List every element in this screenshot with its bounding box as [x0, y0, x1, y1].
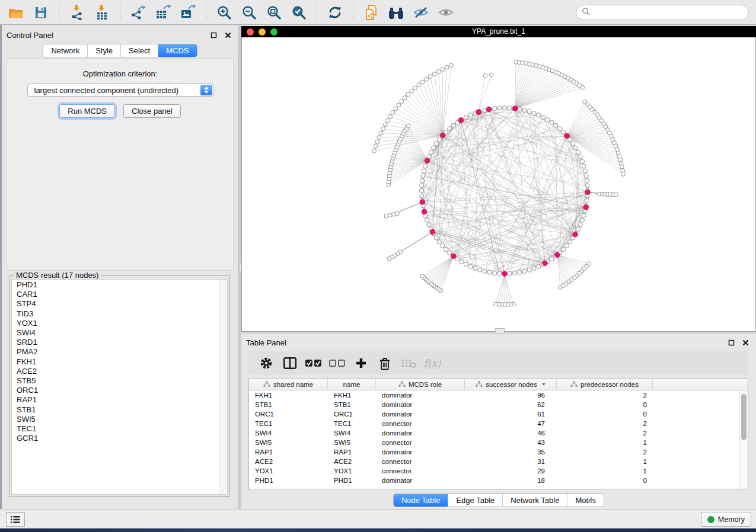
mcds-node-item[interactable]: SRD1	[12, 338, 219, 347]
table-row[interactable]: SWI4SWI4dominator462	[249, 428, 740, 438]
mcds-node-item[interactable]: SWI4	[12, 328, 219, 338]
select-all-rows-button[interactable]	[302, 352, 326, 374]
import-table-button[interactable]	[91, 3, 113, 22]
zoom-fit-button[interactable]	[263, 3, 285, 22]
table-row[interactable]: SWI5SWI5connector431	[249, 438, 740, 447]
import-network-button[interactable]	[66, 3, 88, 22]
add-column-button[interactable]	[349, 352, 373, 374]
mcds-node-item[interactable]: GCR1	[12, 434, 219, 443]
copy-network-button[interactable]	[361, 3, 382, 22]
close-mcds-panel-button[interactable]: Close panel	[123, 104, 181, 118]
close-panel-icon[interactable]	[223, 31, 232, 39]
memory-button[interactable]: Memory	[701, 512, 751, 527]
table-row[interactable]: PHD1PHD1dominator180	[249, 476, 740, 485]
tab-motifs[interactable]: Motifs	[567, 494, 604, 507]
column-header-mcds-role[interactable]: MCDS role	[376, 379, 465, 390]
close-panel-icon[interactable]	[741, 338, 750, 347]
tab-style[interactable]: Style	[87, 44, 120, 57]
maximize-window-icon[interactable]	[270, 28, 277, 36]
network-canvas[interactable]	[241, 37, 756, 332]
table-cell: ACE2	[328, 458, 376, 465]
table-row[interactable]: RAP1RAP1dominator352	[249, 447, 740, 457]
mcds-node-item[interactable]: FKH1	[12, 357, 219, 367]
table-row[interactable]: YOX1YOX1connector291	[249, 466, 740, 476]
minimize-window-icon[interactable]	[259, 28, 266, 36]
criterion-dropdown[interactable]: largest connected component (undirected)	[27, 84, 213, 97]
mcds-node-item[interactable]: STB5	[12, 376, 219, 386]
scrollbar-thumb[interactable]	[741, 394, 747, 440]
table-row[interactable]: FKH1FKH1dominator962	[249, 390, 740, 400]
tab-edge-table[interactable]: Edge Table	[448, 494, 502, 507]
show-columns-button[interactable]	[278, 352, 302, 374]
column-settings-button[interactable]	[254, 352, 278, 374]
refresh-layout-button[interactable]	[324, 3, 346, 22]
table-cell: SWI4	[328, 430, 376, 437]
table-cell: YOX1	[328, 467, 376, 475]
open-file-button[interactable]	[5, 3, 27, 22]
float-panel-icon[interactable]	[209, 31, 218, 39]
tab-select[interactable]: Select	[120, 44, 158, 57]
run-mcds-button[interactable]: Run MCDS	[59, 104, 115, 118]
tab-network[interactable]: Network	[43, 44, 87, 57]
mcds-node-item[interactable]: ORC1	[12, 386, 219, 395]
table-scrollbar[interactable]	[739, 390, 748, 489]
mcds-node-item[interactable]: PHD1	[12, 280, 219, 290]
search-input[interactable]	[594, 8, 748, 17]
control-panel-tabbar: NetworkStyleSelectMCDS	[43, 44, 197, 57]
table-row[interactable]: TEC1TEC1connector472	[249, 419, 740, 428]
mcds-node-item[interactable]: STP4	[12, 299, 219, 309]
task-history-button[interactable]	[6, 512, 25, 527]
splitter-grip[interactable]	[495, 328, 505, 334]
table-cell: TEC1	[328, 420, 376, 427]
mcds-result-list[interactable]: PHD1CAR1STP4TID3YOX1SWI4SRD1PMA2FKH1ACE2…	[11, 279, 228, 495]
search-box[interactable]	[576, 5, 749, 20]
deselect-all-rows-button[interactable]	[326, 352, 349, 374]
show-all-button[interactable]	[435, 3, 457, 22]
control-panel-title: Control Panel	[7, 31, 53, 40]
mcds-node-item[interactable]: TEC1	[12, 424, 219, 434]
mcds-node-item[interactable]: STB1	[12, 405, 219, 415]
table-cell: 47	[465, 420, 557, 427]
column-header-name[interactable]: name	[328, 379, 376, 390]
column-header-shared-name[interactable]: shared name	[249, 379, 328, 390]
mcds-node-item[interactable]: SWI5	[12, 415, 219, 424]
first-neighbors-button[interactable]	[385, 3, 407, 22]
table-cell: 0	[557, 401, 653, 408]
table-cell: 18	[465, 477, 557, 484]
memory-label: Memory	[718, 515, 745, 524]
mcds-node-item[interactable]: CAR1	[12, 290, 219, 299]
table-cell: ACE2	[249, 458, 328, 465]
mcds-node-item[interactable]: ACE2	[12, 367, 219, 376]
table-row[interactable]: ACE2ACE2connector311	[249, 457, 740, 466]
search-icon	[582, 7, 590, 18]
mcds-list-scrollbar[interactable]	[219, 280, 227, 494]
export-image-button[interactable]	[177, 3, 199, 22]
table-cell: YOX1	[249, 467, 328, 475]
table-cell: 1	[557, 458, 653, 465]
float-panel-icon[interactable]	[726, 338, 736, 347]
tab-network-table[interactable]: Network Table	[502, 494, 567, 507]
column-header-predecessor-nodes[interactable]: predecessor nodes	[557, 379, 653, 390]
hide-selected-button[interactable]	[410, 3, 432, 22]
mcds-node-item[interactable]: RAP1	[12, 395, 219, 405]
export-table-button[interactable]	[152, 3, 174, 22]
table-cell: ORC1	[328, 411, 376, 418]
export-network-button[interactable]	[127, 3, 149, 22]
zoom-out-button[interactable]	[238, 3, 260, 22]
zoom-in-button[interactable]	[213, 3, 235, 22]
mcds-node-item[interactable]: YOX1	[12, 319, 219, 328]
control-panel: Control Panel NetworkStyleSelectMCDS Opt…	[2, 26, 238, 509]
mcds-node-item[interactable]: PMA2	[12, 347, 219, 357]
table-row[interactable]: STB1STB1dominator620	[249, 400, 740, 409]
mcds-node-item[interactable]: TID3	[12, 309, 219, 319]
save-session-button[interactable]	[30, 3, 52, 22]
tab-node-table[interactable]: Node Table	[394, 494, 448, 507]
mcds-result-title: MCDS result (17 nodes)	[14, 271, 101, 280]
close-window-icon[interactable]	[247, 28, 254, 36]
zoom-selected-button[interactable]	[288, 3, 310, 22]
network-window-titlebar[interactable]: YPA_prune.txt_1	[241, 26, 756, 37]
column-header-successor-nodes[interactable]: successor nodes	[465, 379, 557, 390]
table-row[interactable]: ORC1ORC1dominator610	[249, 409, 740, 419]
delete-column-button[interactable]	[373, 352, 397, 374]
tab-mcds[interactable]: MCDS	[158, 44, 196, 57]
